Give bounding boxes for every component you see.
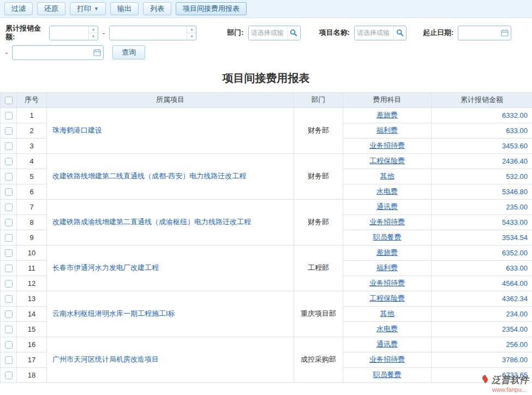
expense-subject-cell: 业务招待费 [343, 138, 432, 153]
calendar-icon[interactable] [499, 29, 511, 37]
expense-subject-cell: 差旅费 [343, 245, 432, 260]
expense-subject-link[interactable]: 通讯费 [376, 340, 398, 348]
row-checkbox[interactable] [5, 249, 13, 257]
amount-cell: 3453.60 [432, 138, 532, 153]
stepper-up-icon[interactable]: ▲ [89, 26, 98, 33]
row-checkbox[interactable] [5, 280, 13, 288]
row-checkbox-cell [1, 123, 17, 138]
row-checkbox[interactable] [5, 372, 13, 379]
expense-subject-link[interactable]: 职员餐费 [373, 233, 402, 241]
row-checkbox[interactable] [5, 173, 13, 181]
expense-subject-link[interactable]: 业务招待费 [369, 218, 405, 226]
department-searchbox [248, 26, 301, 40]
restore-button[interactable]: 还原 [37, 2, 65, 15]
project-name-input[interactable] [355, 26, 393, 40]
amount-cell: 4362.34 [432, 291, 532, 306]
project-name-link[interactable]: 改建铁路线增建第二线直通线（成都-西安）电力线路迁改工程 [47, 153, 294, 199]
project-name-link[interactable]: 广州市天河区统计局机房改造项目 [47, 337, 294, 382]
row-checkbox[interactable] [5, 326, 13, 333]
project-search-button[interactable] [393, 26, 406, 40]
stepper-arrows: ▲ ▼ [187, 26, 196, 40]
date-from-input[interactable] [458, 29, 499, 37]
expense-subject-link[interactable]: 其他 [380, 309, 394, 318]
expense-subject-cell: 其他 [343, 169, 432, 184]
amount-to-input[interactable] [110, 26, 187, 40]
print-button[interactable]: 打印 ▼ [70, 2, 106, 15]
print-button-label: 打印 [77, 4, 91, 14]
calendar-icon[interactable] [91, 49, 103, 56]
list-button[interactable]: 列表 [143, 2, 171, 15]
stepper-down-icon[interactable]: ▼ [187, 33, 196, 40]
row-checkbox[interactable] [5, 158, 13, 165]
select-all-checkbox[interactable] [5, 97, 13, 104]
project-name-link[interactable]: 改建铁路成渝线增建第二直通线（成渝枢纽）电力线路迁改工程 [47, 199, 294, 245]
department-input[interactable] [249, 26, 287, 40]
expense-subject-link[interactable]: 业务招待费 [369, 141, 405, 149]
row-checkbox[interactable] [5, 234, 13, 242]
export-button[interactable]: 输出 [110, 2, 139, 15]
expense-subject-link[interactable]: 职员餐费 [373, 370, 402, 379]
filter-row-2: - 查询 [5, 45, 527, 60]
export-button-label: 输出 [117, 4, 131, 14]
expense-subject-link[interactable]: 通讯费 [376, 202, 398, 211]
amount-cell: 2354.00 [432, 321, 532, 337]
expense-subject-cell: 通讯费 [343, 199, 432, 214]
row-checkbox-cell [1, 367, 17, 382]
row-checkbox[interactable] [5, 204, 13, 211]
expense-subject-link[interactable]: 业务招待费 [369, 355, 405, 363]
project-name-link[interactable]: 珠海鹤港口建设 [47, 107, 294, 153]
filter-bar: 累计报销金额: ▲ ▼ - ▲ ▼ 部门: [0, 18, 532, 65]
expense-subject-link[interactable]: 福利费 [376, 126, 398, 134]
filter-button[interactable]: 过滤 [4, 2, 33, 15]
row-checkbox[interactable] [5, 310, 13, 318]
query-button[interactable]: 查询 [112, 45, 145, 59]
expense-subject-cell: 业务招待费 [343, 352, 432, 367]
row-checkbox-cell [1, 184, 17, 199]
expense-subject-link[interactable]: 工程保险费 [369, 294, 405, 302]
search-icon [396, 29, 404, 37]
row-number: 15 [17, 321, 47, 337]
stepper-up-icon[interactable]: ▲ [187, 26, 196, 33]
expense-subject-link[interactable]: 差旅费 [376, 111, 398, 119]
date-separator: - [5, 49, 8, 57]
project-name-link[interactable]: 云南水利枢纽潜明水库一期工程施工I标 [47, 291, 294, 337]
amount-cell: 6352.00 [432, 245, 532, 260]
expense-subject-link[interactable]: 水电费 [376, 325, 398, 333]
amount-cell: 256.00 [432, 337, 532, 352]
project-name-link[interactable]: 长春市伊通河水力发电厂改建工程 [47, 245, 294, 291]
row-checkbox[interactable] [5, 219, 13, 226]
expense-subject-link[interactable]: 差旅费 [376, 248, 398, 256]
date-to-input[interactable] [13, 49, 91, 56]
expense-subject-link[interactable]: 水电费 [376, 187, 398, 195]
expense-subject-link[interactable]: 业务招待费 [369, 279, 405, 287]
row-checkbox[interactable] [5, 356, 13, 364]
expense-subject-link[interactable]: 福利费 [376, 264, 398, 272]
row-checkbox[interactable] [5, 341, 13, 349]
row-number: 4 [17, 153, 47, 169]
table-row: 4改建铁路线增建第二线直通线（成都-西安）电力线路迁改工程财务部工程保险费243… [1, 153, 532, 169]
department-search-button[interactable] [287, 26, 300, 40]
project-name-label: 项目名称: [319, 28, 350, 38]
row-checkbox[interactable] [5, 265, 13, 272]
stepper-down-icon[interactable]: ▼ [89, 33, 98, 40]
row-checkbox-cell [1, 321, 17, 337]
row-checkbox[interactable] [5, 127, 13, 135]
amount-cell: 6733.65 [432, 367, 532, 382]
row-number: 7 [17, 199, 47, 214]
row-checkbox[interactable] [5, 295, 13, 303]
amount-from-input[interactable] [50, 26, 88, 40]
amount-cell: 3534.54 [432, 230, 532, 245]
row-checkbox-cell [1, 276, 17, 291]
row-checkbox[interactable] [5, 188, 13, 196]
expense-subject-link[interactable]: 工程保险费 [369, 157, 405, 165]
tab-indirect-expense-report[interactable]: 项目间接费用报表 [176, 2, 247, 15]
date-from-box [458, 26, 511, 40]
expense-subject-link[interactable]: 其他 [380, 172, 394, 180]
row-number: 3 [17, 138, 47, 153]
row-checkbox[interactable] [5, 112, 13, 119]
expense-subject-cell: 其他 [343, 306, 432, 321]
row-checkbox[interactable] [5, 142, 13, 150]
expense-subject-cell: 工程保险费 [343, 153, 432, 169]
table-row: 7改建铁路成渝线增建第二直通线（成渝枢纽）电力线路迁改工程财务部通讯费235.0… [1, 199, 532, 214]
row-checkbox-cell [1, 260, 17, 276]
